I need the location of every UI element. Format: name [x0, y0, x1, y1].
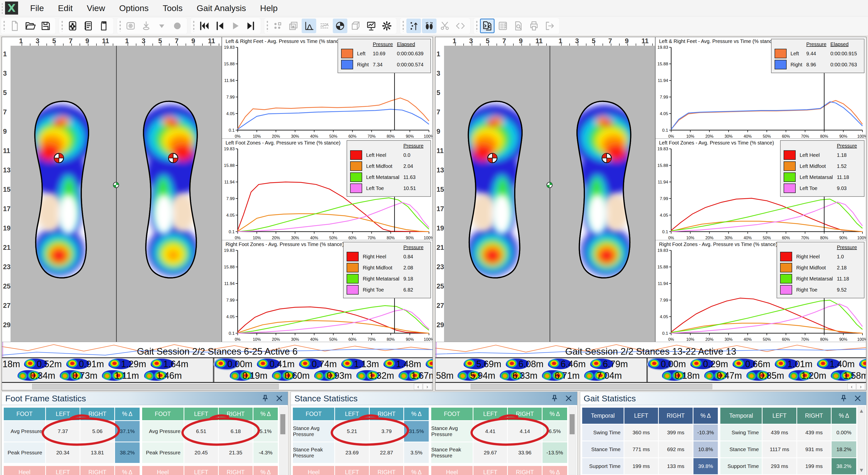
pin-button[interactable] — [839, 393, 849, 404]
stance-thumbnail[interactable]: 1.01m — [774, 358, 816, 369]
stance-thumbnail[interactable]: 0.34m — [17, 370, 59, 381]
menubar-drag-handle[interactable] — [1, 2, 3, 13]
menu-tools[interactable]: Tools — [156, 2, 190, 14]
feet-button[interactable] — [422, 19, 436, 33]
stance-thumbnail[interactable]: 6.33m — [499, 370, 541, 381]
vscroll-thumb[interactable] — [280, 414, 285, 434]
stepback-button[interactable] — [213, 19, 227, 33]
stance-thumbnail[interactable]: 6.46m — [548, 358, 590, 369]
menu-help[interactable]: Help — [253, 2, 285, 14]
stance-thumbnail[interactable]: 0.74m — [299, 358, 341, 369]
stance-thumbnail[interactable]: 0.91m — [66, 358, 108, 369]
hscroll-right-button[interactable]: › — [423, 383, 432, 390]
dots-button[interactable] — [271, 19, 285, 33]
dropdown-button[interactable] — [154, 19, 169, 33]
pin-button[interactable] — [260, 393, 270, 404]
save-button[interactable] — [38, 19, 53, 33]
print-button[interactable] — [527, 19, 541, 33]
hscroll-left-button[interactable]: ‹ — [847, 383, 856, 390]
play-button[interactable] — [228, 19, 243, 33]
cascade-button[interactable] — [286, 19, 301, 33]
stance-thumbnail[interactable]: 5.69m — [463, 358, 505, 369]
gear-button[interactable] — [379, 19, 394, 33]
stance-thumbnail[interactable]: 0.66m — [732, 358, 774, 369]
close-button[interactable] — [564, 393, 574, 404]
stance-thumbnail[interactable]: 0.29m — [690, 358, 732, 369]
stance-thumbnail[interactable]: 58m — [435, 370, 457, 381]
horizontal-scrollbar[interactable]: ‹› — [435, 383, 866, 390]
stance-thumbnail[interactable]: 1.11m — [101, 370, 144, 381]
preview-button[interactable] — [511, 19, 526, 33]
compare-button[interactable] — [480, 19, 495, 33]
toolbar-drag-handle[interactable] — [3, 20, 5, 32]
stance-thumbnail[interactable]: 1.71m — [859, 358, 866, 369]
foot-pressure-map[interactable] — [560, 70, 646, 311]
hscroll-left-button[interactable]: ‹ — [414, 383, 423, 390]
stance-thumbnail[interactable]: 0.52m — [24, 358, 66, 369]
stance-thumbnail[interactable]: 6.79m — [590, 358, 632, 369]
import-button[interactable] — [139, 19, 153, 33]
skipstart-button[interactable] — [197, 19, 212, 33]
stance-thumbnail[interactable]: 6.08m — [505, 358, 548, 369]
vertical-scrollbar[interactable]: ▲▼ — [858, 406, 865, 475]
stance-thumbnail[interactable]: 0.00m — [648, 358, 690, 369]
scissors-button[interactable] — [437, 19, 452, 33]
stance-thumbnail[interactable]: 0.60m — [272, 370, 314, 381]
scroll-up-button[interactable]: ▲ — [858, 408, 865, 414]
stance-thumbnail[interactable]: 1.32m — [356, 370, 398, 381]
stance-thumbnail[interactable]: 0.18m — [661, 370, 704, 381]
stance-thumbnail[interactable]: 6.71m — [541, 370, 584, 381]
menu-file[interactable]: File — [23, 2, 51, 14]
eye-button[interactable] — [123, 19, 138, 33]
log-button[interactable] — [81, 19, 95, 33]
stance-thumbnail[interactable]: 5.94m — [457, 370, 499, 381]
stance-thumbnail[interactable]: 7.04m — [584, 370, 626, 381]
foot-pressure-map[interactable] — [454, 70, 539, 311]
toolbar-drag-handle[interactable] — [119, 20, 121, 32]
toolbar-drag-handle[interactable] — [193, 20, 195, 32]
hscroll-right-button[interactable]: › — [857, 383, 865, 390]
stance-thumbnail[interactable]: 0.00m — [214, 358, 256, 369]
toolbar-drag-handle[interactable] — [402, 20, 404, 32]
code-button[interactable] — [453, 19, 468, 33]
stance-thumbnail[interactable]: 0.93m — [314, 370, 356, 381]
stance-thumbnail[interactable]: 1.40m — [816, 358, 859, 369]
hscroll-thumb[interactable] — [32, 384, 279, 389]
vertical-scrollbar[interactable] — [569, 406, 576, 475]
stance-thumbnail[interactable]: 1.20m — [788, 370, 830, 381]
stance-thumbnail[interactable]: 18m — [2, 358, 24, 369]
menu-gait-analysis[interactable]: Gait Analysis — [190, 2, 253, 14]
stance-thumbnail[interactable]: 1.64m — [150, 358, 192, 369]
checklist-button[interactable] — [496, 19, 510, 33]
stance-thumbnail[interactable]: 1.46m — [144, 370, 186, 381]
hscroll-thumb[interactable] — [471, 384, 712, 389]
curve-button[interactable] — [302, 19, 316, 33]
toolbar-drag-handle[interactable] — [61, 20, 63, 32]
pin-button[interactable] — [550, 393, 560, 404]
vertical-scrollbar[interactable] — [279, 406, 287, 475]
stance-thumbnail[interactable]: 1.67m — [398, 370, 433, 381]
stride-button[interactable] — [406, 19, 421, 33]
stance-thumbnail[interactable]: 0.41m — [256, 358, 299, 369]
toolbar-drag-handle[interactable] — [266, 20, 269, 32]
vscroll-thumb[interactable] — [569, 414, 575, 434]
close-button[interactable] — [274, 393, 284, 404]
toolbar-drag-handle[interactable] — [476, 20, 478, 32]
wave-button[interactable] — [317, 19, 332, 33]
exit-button[interactable] — [542, 19, 557, 33]
foot-pressure-map[interactable] — [20, 70, 105, 311]
stance-thumbnail[interactable]: 1.29m — [108, 358, 150, 369]
stance-thumbnail[interactable]: 1.58m — [830, 370, 866, 381]
device-button[interactable] — [65, 19, 80, 33]
stance-thumbnail[interactable]: 1.85m — [425, 358, 433, 369]
stance-thumbnail[interactable]: 0.85m — [746, 370, 788, 381]
stance-thumbnail[interactable]: 0.19m — [229, 370, 272, 381]
present-button[interactable] — [364, 19, 378, 33]
foot-pressure-map[interactable] — [127, 70, 212, 311]
open-button[interactable] — [23, 19, 37, 33]
box3d-button[interactable] — [348, 19, 363, 33]
stance-thumbnail[interactable]: 1.48m — [383, 358, 425, 369]
record-button[interactable] — [170, 19, 185, 33]
stance-thumbnail[interactable]: 1.13m — [341, 358, 383, 369]
scroll-down-button[interactable]: ▼ — [858, 467, 865, 474]
